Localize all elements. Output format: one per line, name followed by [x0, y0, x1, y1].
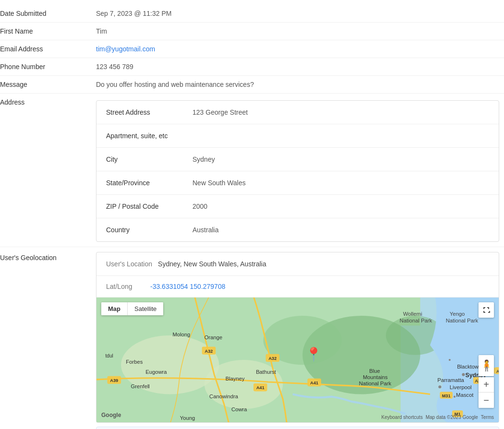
keyboard-shortcuts-link[interactable]: Keyboard shortcuts	[381, 415, 422, 420]
satellite-button[interactable]: Satellite	[128, 302, 163, 315]
svg-text:Wollemi: Wollemi	[403, 311, 422, 317]
info-notice: ℹ User's Geolocation are automatically f…	[96, 427, 499, 429]
fullscreen-icon	[482, 306, 490, 314]
state-value: New South Wales	[192, 179, 246, 187]
email-label: Email Address	[0, 45, 96, 53]
date-submitted-row: Date Submitted Sep 7, 2023 @ 11:32 PM	[0, 5, 504, 23]
first-name-label: First Name	[0, 27, 96, 35]
zoom-controls[interactable]: + −	[479, 377, 494, 408]
svg-point-10	[438, 385, 441, 388]
svg-text:Parramatta: Parramatta	[437, 377, 464, 383]
apt-label: Apartment, suite, etc	[106, 132, 192, 140]
user-location-label: User's Location	[106, 260, 152, 268]
message-label: Message	[0, 81, 96, 88]
country-label: Country	[106, 226, 192, 234]
latlong-row: Lat/Long -33.6331054 150.279708	[96, 276, 499, 298]
svg-text:A41: A41	[310, 381, 318, 385]
street-label: Street Address	[106, 108, 192, 116]
state-label: State/Province	[106, 179, 192, 187]
address-label: Address	[0, 98, 96, 106]
svg-text:Forbes: Forbes	[126, 359, 143, 365]
street-row: Street Address 123 George Street	[96, 101, 499, 124]
fullscreen-button[interactable]	[479, 302, 494, 318]
svg-text:Canowindra: Canowindra	[209, 393, 239, 399]
svg-text:Young: Young	[180, 415, 195, 421]
date-submitted-value: Sep 7, 2023 @ 11:32 PM	[96, 10, 504, 17]
latlong-value: -33.6331054 150.279708	[150, 283, 225, 290]
apt-row: Apartment, suite, etc	[96, 124, 499, 148]
svg-text:Liverpool: Liverpool	[450, 384, 472, 390]
svg-text:A43: A43	[496, 369, 499, 374]
geolocation-section: User's Geolocation User's Location Sydne…	[0, 247, 504, 429]
zip-value: 2000	[192, 203, 207, 210]
info-box: ℹ User's Geolocation are automatically f…	[96, 427, 499, 429]
map-container[interactable]: A32 A32 A41 A41 A39 M1	[96, 298, 499, 422]
email-link[interactable]: tim@yugotmail.com	[96, 45, 155, 53]
zoom-out-button[interactable]: −	[479, 393, 494, 408]
svg-text:Yengo: Yengo	[450, 311, 465, 317]
svg-text:Mascot: Mascot	[456, 392, 474, 398]
phone-label: Phone Number	[0, 63, 96, 71]
zoom-in-button[interactable]: +	[479, 377, 494, 393]
country-value: Australia	[192, 226, 218, 234]
svg-text:National Park: National Park	[400, 318, 432, 323]
email-row: Email Address tim@yugotmail.com	[0, 40, 504, 58]
message-row: Message Do you offer hosting and web mai…	[0, 76, 504, 94]
svg-text:M31: M31	[442, 393, 451, 398]
city-label: City	[106, 155, 192, 163]
svg-text:A41: A41	[256, 385, 264, 390]
svg-text:Bathurst: Bathurst	[256, 369, 276, 375]
user-location-row: User's Location Sydney, New South Wales,…	[96, 252, 499, 276]
address-row: Address Street Address 123 George Street…	[0, 94, 504, 247]
svg-text:Orange: Orange	[204, 334, 222, 340]
state-row: State/Province New South Wales	[96, 171, 499, 195]
first-name-value: Tim	[96, 27, 504, 35]
terms-link[interactable]: Terms	[481, 415, 494, 420]
svg-point-9	[462, 373, 465, 376]
svg-text:National Park: National Park	[446, 318, 479, 323]
latlong-link[interactable]: -33.6331054 150.279708	[150, 283, 225, 290]
phone-value: 123 456 789	[96, 63, 504, 71]
message-value: Do you offer hosting and web maintenance…	[96, 81, 504, 88]
svg-text:Blayney: Blayney	[226, 376, 245, 381]
email-value: tim@yugotmail.com	[96, 45, 504, 53]
svg-text:Cowra: Cowra	[231, 406, 247, 412]
geolocation-content: User's Location Sydney, New South Wales,…	[96, 252, 499, 429]
svg-text:Grenfell: Grenfell	[131, 383, 150, 389]
svg-text:tdul: tdul	[105, 353, 113, 358]
map-button[interactable]: Map	[101, 302, 128, 315]
city-value: Sydney	[192, 155, 215, 163]
svg-text:Blue: Blue	[369, 368, 380, 374]
svg-text:National Park: National Park	[359, 381, 392, 386]
map-type-controls[interactable]: Map Satellite	[101, 302, 163, 315]
geolocation-label: User's Geolocation	[0, 252, 96, 262]
map-svg: A32 A32 A41 A41 A39 M1	[96, 298, 499, 422]
pegman-icon: 🧍	[480, 359, 493, 372]
svg-point-12	[454, 396, 456, 398]
google-logo: Google	[101, 412, 121, 418]
city-row: City Sydney	[96, 148, 499, 171]
geolocation-box: User's Location Sydney, New South Wales,…	[96, 252, 499, 423]
svg-text:A32: A32	[268, 356, 276, 361]
country-row: Country Australia	[96, 218, 499, 241]
map-attribution: Keyboard shortcuts Map data ©2023 Google…	[381, 415, 494, 420]
map-data-attribution: Map data ©2023 Google	[426, 415, 478, 420]
latlong-label: Lat/Long	[106, 283, 144, 290]
address-box: Street Address 123 George Street Apartme…	[96, 100, 499, 242]
svg-text:Molong: Molong	[172, 332, 190, 337]
svg-text:Blacktown: Blacktown	[457, 364, 481, 369]
date-submitted-label: Date Submitted	[0, 10, 96, 17]
address-box-wrapper: Street Address 123 George Street Apartme…	[96, 98, 499, 242]
zip-row: ZIP / Postal Code 2000	[96, 195, 499, 218]
svg-text:A39: A39	[110, 378, 118, 383]
user-location-value: Sydney, New South Wales, Australia	[158, 260, 266, 268]
map-pin: 📍	[305, 346, 322, 362]
svg-text:A32: A32	[205, 349, 213, 354]
street-value: 123 George Street	[192, 108, 248, 116]
svg-point-11	[449, 359, 451, 361]
svg-point-8	[204, 360, 283, 409]
pegman-button[interactable]: 🧍	[479, 355, 494, 376]
svg-text:Mountains: Mountains	[363, 374, 388, 380]
phone-row: Phone Number 123 456 789	[0, 58, 504, 76]
zip-label: ZIP / Postal Code	[106, 203, 192, 210]
